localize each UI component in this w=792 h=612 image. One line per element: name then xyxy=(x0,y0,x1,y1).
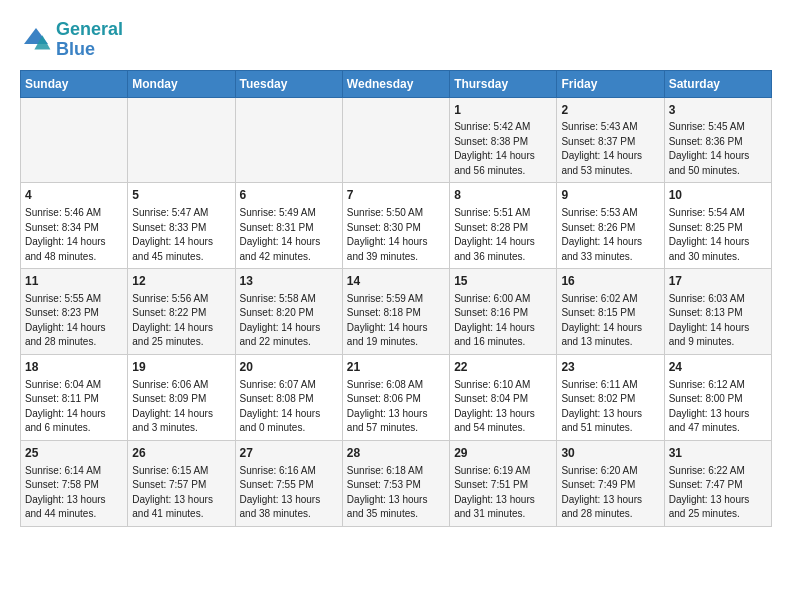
calendar-cell: 19Sunrise: 6:06 AM Sunset: 8:09 PM Dayli… xyxy=(128,354,235,440)
day-number: 7 xyxy=(347,187,445,204)
cell-content: Sunrise: 6:00 AM Sunset: 8:16 PM Dayligh… xyxy=(454,292,552,350)
calendar-cell: 23Sunrise: 6:11 AM Sunset: 8:02 PM Dayli… xyxy=(557,354,664,440)
cell-content: Sunrise: 5:50 AM Sunset: 8:30 PM Dayligh… xyxy=(347,206,445,264)
weekday-header-sunday: Sunday xyxy=(21,70,128,97)
calendar-cell: 16Sunrise: 6:02 AM Sunset: 8:15 PM Dayli… xyxy=(557,269,664,355)
calendar-cell: 13Sunrise: 5:58 AM Sunset: 8:20 PM Dayli… xyxy=(235,269,342,355)
weekday-header-thursday: Thursday xyxy=(450,70,557,97)
calendar-cell: 25Sunrise: 6:14 AM Sunset: 7:58 PM Dayli… xyxy=(21,440,128,526)
cell-content: Sunrise: 6:22 AM Sunset: 7:47 PM Dayligh… xyxy=(669,464,767,522)
calendar-table: SundayMondayTuesdayWednesdayThursdayFrid… xyxy=(20,70,772,527)
cell-content: Sunrise: 5:43 AM Sunset: 8:37 PM Dayligh… xyxy=(561,120,659,178)
day-number: 6 xyxy=(240,187,338,204)
calendar-cell: 11Sunrise: 5:55 AM Sunset: 8:23 PM Dayli… xyxy=(21,269,128,355)
calendar-cell: 7Sunrise: 5:50 AM Sunset: 8:30 PM Daylig… xyxy=(342,183,449,269)
calendar-cell: 1Sunrise: 5:42 AM Sunset: 8:38 PM Daylig… xyxy=(450,97,557,183)
calendar-cell: 2Sunrise: 5:43 AM Sunset: 8:37 PM Daylig… xyxy=(557,97,664,183)
calendar-cell: 14Sunrise: 5:59 AM Sunset: 8:18 PM Dayli… xyxy=(342,269,449,355)
logo: General Blue xyxy=(20,20,123,60)
calendar-cell: 28Sunrise: 6:18 AM Sunset: 7:53 PM Dayli… xyxy=(342,440,449,526)
cell-content: Sunrise: 6:03 AM Sunset: 8:13 PM Dayligh… xyxy=(669,292,767,350)
cell-content: Sunrise: 5:53 AM Sunset: 8:26 PM Dayligh… xyxy=(561,206,659,264)
cell-content: Sunrise: 5:42 AM Sunset: 8:38 PM Dayligh… xyxy=(454,120,552,178)
cell-content: Sunrise: 6:18 AM Sunset: 7:53 PM Dayligh… xyxy=(347,464,445,522)
calendar-cell: 17Sunrise: 6:03 AM Sunset: 8:13 PM Dayli… xyxy=(664,269,771,355)
day-number: 8 xyxy=(454,187,552,204)
cell-content: Sunrise: 5:46 AM Sunset: 8:34 PM Dayligh… xyxy=(25,206,123,264)
day-number: 22 xyxy=(454,359,552,376)
calendar-cell: 27Sunrise: 6:16 AM Sunset: 7:55 PM Dayli… xyxy=(235,440,342,526)
day-number: 1 xyxy=(454,102,552,119)
day-number: 14 xyxy=(347,273,445,290)
cell-content: Sunrise: 6:08 AM Sunset: 8:06 PM Dayligh… xyxy=(347,378,445,436)
cell-content: Sunrise: 6:06 AM Sunset: 8:09 PM Dayligh… xyxy=(132,378,230,436)
day-number: 20 xyxy=(240,359,338,376)
cell-content: Sunrise: 6:19 AM Sunset: 7:51 PM Dayligh… xyxy=(454,464,552,522)
week-row-2: 4Sunrise: 5:46 AM Sunset: 8:34 PM Daylig… xyxy=(21,183,772,269)
weekday-header-saturday: Saturday xyxy=(664,70,771,97)
cell-content: Sunrise: 6:20 AM Sunset: 7:49 PM Dayligh… xyxy=(561,464,659,522)
calendar-cell xyxy=(128,97,235,183)
cell-content: Sunrise: 5:55 AM Sunset: 8:23 PM Dayligh… xyxy=(25,292,123,350)
cell-content: Sunrise: 5:59 AM Sunset: 8:18 PM Dayligh… xyxy=(347,292,445,350)
week-row-3: 11Sunrise: 5:55 AM Sunset: 8:23 PM Dayli… xyxy=(21,269,772,355)
cell-content: Sunrise: 6:07 AM Sunset: 8:08 PM Dayligh… xyxy=(240,378,338,436)
calendar-cell: 4Sunrise: 5:46 AM Sunset: 8:34 PM Daylig… xyxy=(21,183,128,269)
day-number: 25 xyxy=(25,445,123,462)
day-number: 3 xyxy=(669,102,767,119)
cell-content: Sunrise: 6:04 AM Sunset: 8:11 PM Dayligh… xyxy=(25,378,123,436)
calendar-header: SundayMondayTuesdayWednesdayThursdayFrid… xyxy=(21,70,772,97)
day-number: 12 xyxy=(132,273,230,290)
calendar-cell: 21Sunrise: 6:08 AM Sunset: 8:06 PM Dayli… xyxy=(342,354,449,440)
week-row-1: 1Sunrise: 5:42 AM Sunset: 8:38 PM Daylig… xyxy=(21,97,772,183)
cell-content: Sunrise: 6:16 AM Sunset: 7:55 PM Dayligh… xyxy=(240,464,338,522)
day-number: 4 xyxy=(25,187,123,204)
calendar-cell: 9Sunrise: 5:53 AM Sunset: 8:26 PM Daylig… xyxy=(557,183,664,269)
weekday-header-tuesday: Tuesday xyxy=(235,70,342,97)
calendar-cell: 6Sunrise: 5:49 AM Sunset: 8:31 PM Daylig… xyxy=(235,183,342,269)
week-row-5: 25Sunrise: 6:14 AM Sunset: 7:58 PM Dayli… xyxy=(21,440,772,526)
cell-content: Sunrise: 5:54 AM Sunset: 8:25 PM Dayligh… xyxy=(669,206,767,264)
calendar-cell: 31Sunrise: 6:22 AM Sunset: 7:47 PM Dayli… xyxy=(664,440,771,526)
day-number: 29 xyxy=(454,445,552,462)
cell-content: Sunrise: 6:02 AM Sunset: 8:15 PM Dayligh… xyxy=(561,292,659,350)
cell-content: Sunrise: 5:47 AM Sunset: 8:33 PM Dayligh… xyxy=(132,206,230,264)
calendar-cell: 8Sunrise: 5:51 AM Sunset: 8:28 PM Daylig… xyxy=(450,183,557,269)
day-number: 31 xyxy=(669,445,767,462)
calendar-cell: 12Sunrise: 5:56 AM Sunset: 8:22 PM Dayli… xyxy=(128,269,235,355)
day-number: 13 xyxy=(240,273,338,290)
day-number: 27 xyxy=(240,445,338,462)
calendar-cell: 15Sunrise: 6:00 AM Sunset: 8:16 PM Dayli… xyxy=(450,269,557,355)
weekday-header-monday: Monday xyxy=(128,70,235,97)
cell-content: Sunrise: 5:49 AM Sunset: 8:31 PM Dayligh… xyxy=(240,206,338,264)
weekday-header-wednesday: Wednesday xyxy=(342,70,449,97)
cell-content: Sunrise: 6:14 AM Sunset: 7:58 PM Dayligh… xyxy=(25,464,123,522)
day-number: 16 xyxy=(561,273,659,290)
calendar-cell: 10Sunrise: 5:54 AM Sunset: 8:25 PM Dayli… xyxy=(664,183,771,269)
day-number: 30 xyxy=(561,445,659,462)
calendar-cell: 26Sunrise: 6:15 AM Sunset: 7:57 PM Dayli… xyxy=(128,440,235,526)
week-row-4: 18Sunrise: 6:04 AM Sunset: 8:11 PM Dayli… xyxy=(21,354,772,440)
cell-content: Sunrise: 5:56 AM Sunset: 8:22 PM Dayligh… xyxy=(132,292,230,350)
day-number: 23 xyxy=(561,359,659,376)
cell-content: Sunrise: 6:10 AM Sunset: 8:04 PM Dayligh… xyxy=(454,378,552,436)
cell-content: Sunrise: 5:58 AM Sunset: 8:20 PM Dayligh… xyxy=(240,292,338,350)
day-number: 10 xyxy=(669,187,767,204)
logo-icon xyxy=(20,24,52,56)
cell-content: Sunrise: 6:12 AM Sunset: 8:00 PM Dayligh… xyxy=(669,378,767,436)
calendar-cell xyxy=(21,97,128,183)
calendar-cell: 3Sunrise: 5:45 AM Sunset: 8:36 PM Daylig… xyxy=(664,97,771,183)
calendar-cell: 29Sunrise: 6:19 AM Sunset: 7:51 PM Dayli… xyxy=(450,440,557,526)
day-number: 5 xyxy=(132,187,230,204)
day-number: 15 xyxy=(454,273,552,290)
calendar-cell: 18Sunrise: 6:04 AM Sunset: 8:11 PM Dayli… xyxy=(21,354,128,440)
cell-content: Sunrise: 6:15 AM Sunset: 7:57 PM Dayligh… xyxy=(132,464,230,522)
logo-text: General Blue xyxy=(56,20,123,60)
day-number: 28 xyxy=(347,445,445,462)
calendar-cell xyxy=(235,97,342,183)
day-number: 9 xyxy=(561,187,659,204)
cell-content: Sunrise: 5:45 AM Sunset: 8:36 PM Dayligh… xyxy=(669,120,767,178)
weekday-header-friday: Friday xyxy=(557,70,664,97)
day-number: 19 xyxy=(132,359,230,376)
day-number: 18 xyxy=(25,359,123,376)
